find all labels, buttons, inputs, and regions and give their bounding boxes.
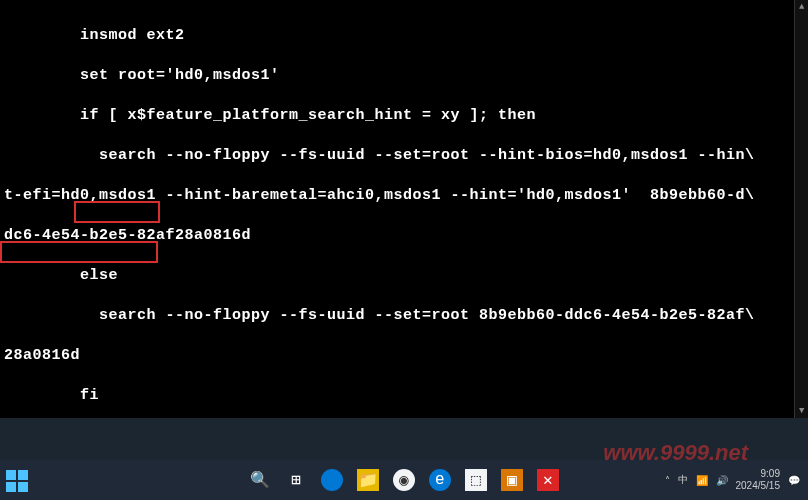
code-line: fi bbox=[4, 386, 804, 406]
taskbar-icons: 🔍 ⊞ 📁 ◉ e ⬚ ▣ ✕ bbox=[249, 469, 559, 491]
code-line: if [ x$feature_platform_search_hint = xy… bbox=[4, 106, 804, 126]
chrome-icon[interactable]: ◉ bbox=[393, 469, 415, 491]
explorer-icon[interactable]: 📁 bbox=[357, 469, 379, 491]
start-button[interactable] bbox=[6, 470, 28, 492]
tray-chevron-icon[interactable]: ˄ bbox=[665, 475, 670, 486]
code-line: else bbox=[4, 266, 804, 286]
vmware-icon[interactable]: ▣ bbox=[501, 469, 523, 491]
clock[interactable]: 9:09 2024/5/15 bbox=[736, 468, 781, 492]
code-line: search --no-floppy --fs-uuid --set=root … bbox=[4, 306, 804, 326]
search-icon[interactable]: 🔍 bbox=[249, 469, 271, 491]
code-line: 28a0816d bbox=[4, 346, 804, 366]
scroll-up-icon[interactable]: ▲ bbox=[795, 0, 808, 14]
windows-taskbar: 🔍 ⊞ 📁 ◉ e ⬚ ▣ ✕ ˄ 中 📶 🔊 9:09 2024/5/15 💬 bbox=[0, 460, 808, 500]
input-method-icon[interactable]: 中 bbox=[678, 473, 688, 487]
code-line: search --no-floppy --fs-uuid --set=root … bbox=[4, 146, 804, 166]
app-icon[interactable]: ⬚ bbox=[465, 469, 487, 491]
notification-icon[interactable]: 💬 bbox=[788, 475, 800, 486]
scroll-down-icon[interactable]: ▼ bbox=[795, 404, 808, 418]
app-icon[interactable] bbox=[321, 469, 343, 491]
app-icon[interactable]: ✕ bbox=[537, 469, 559, 491]
task-view-icon[interactable]: ⊞ bbox=[285, 469, 307, 491]
wifi-icon[interactable]: 📶 bbox=[696, 475, 708, 486]
volume-icon[interactable]: 🔊 bbox=[716, 475, 728, 486]
system-tray: ˄ 中 📶 🔊 9:09 2024/5/15 💬 bbox=[665, 460, 801, 500]
code-line: insmod ext2 bbox=[4, 26, 804, 46]
terminal-scrollbar[interactable]: ▲ ▼ bbox=[794, 0, 808, 418]
code-line: set root='hd0,msdos1' bbox=[4, 66, 804, 86]
edge-icon[interactable]: e bbox=[429, 469, 451, 491]
code-line: t-efi=hd0,msdos1 --hint-baremetal=ahci0,… bbox=[4, 186, 804, 206]
code-line: dc6-4e54-b2e5-82af28a0816d bbox=[4, 226, 804, 246]
